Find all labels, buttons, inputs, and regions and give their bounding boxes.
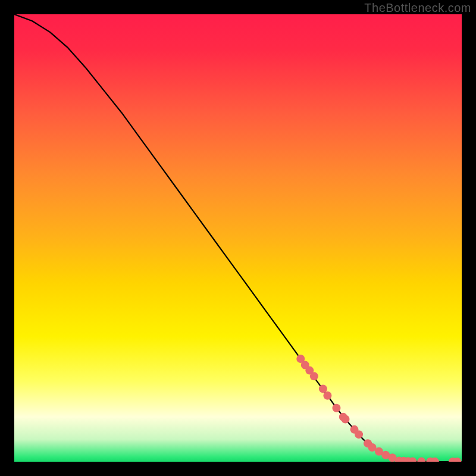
- overlay-marker: [417, 458, 425, 462]
- overlay-marker: [355, 430, 363, 439]
- overlay-marker: [310, 372, 318, 380]
- overlay-marker: [339, 413, 347, 421]
- overlay-marker: [404, 457, 412, 462]
- overlay-marker: [375, 447, 383, 456]
- overlay-marker: [305, 367, 314, 375]
- overlay-marker: [323, 392, 331, 400]
- overlay-marker: [381, 451, 390, 459]
- overlay-marker: [368, 443, 377, 452]
- overlay-marker: [296, 355, 305, 363]
- curve-layer: [14, 14, 462, 462]
- plot-area: [14, 14, 462, 462]
- watermark-text: TheBottleneck.com: [364, 1, 471, 15]
- overlay-marker: [301, 361, 309, 369]
- overlay-marker: [388, 453, 396, 462]
- overlay-marker: [449, 458, 457, 462]
- overlay-marker: [319, 384, 327, 393]
- overlay-marker: [431, 458, 439, 462]
- overlay-marker: [453, 458, 461, 462]
- overlay-marker: [341, 415, 349, 424]
- overlay-marker: [332, 404, 340, 412]
- chart-container: TheBottleneck.com: [0, 0, 476, 476]
- overlay-marker: [395, 457, 403, 462]
- overlay-marker: [350, 425, 359, 434]
- overlay-marker: [364, 439, 372, 447]
- overlay-marker: [426, 458, 434, 462]
- overlay-marker: [408, 457, 416, 462]
- main-curve: [14, 14, 462, 462]
- overlay-marker: [399, 457, 408, 462]
